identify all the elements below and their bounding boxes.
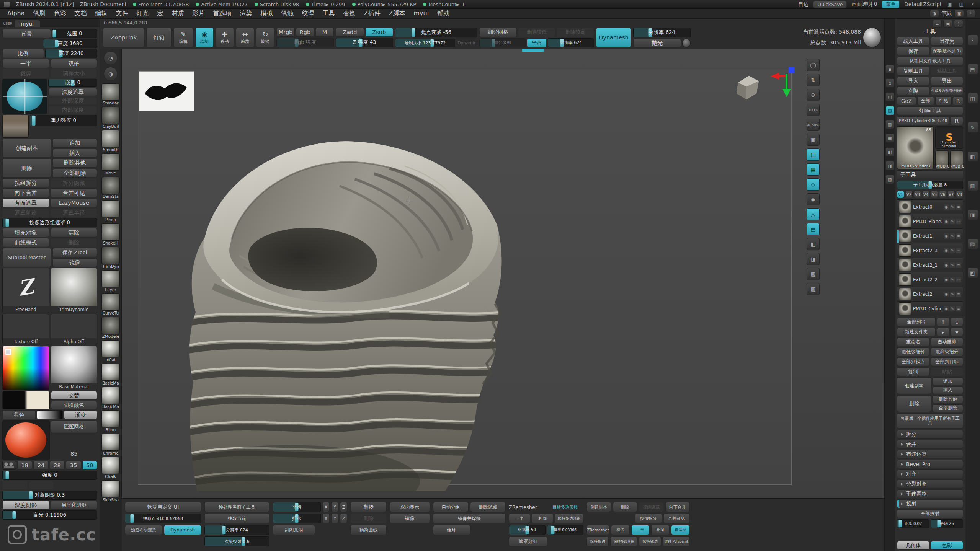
brush-item[interactable]: Chalk xyxy=(101,457,120,479)
subtool-down-button[interactable]: ↓ xyxy=(951,318,963,326)
draw-size-slider[interactable]: 绘制大小 123.77972 xyxy=(395,39,455,48)
subtool-thumbnail[interactable] xyxy=(899,244,911,257)
transparency-icon[interactable]: ◇ xyxy=(807,178,820,191)
window-icon-help[interactable]: ▣ xyxy=(946,2,953,7)
zadd-button[interactable]: Zadd xyxy=(336,28,364,37)
list-all-button[interactable]: 全部列出 xyxy=(897,318,936,326)
misc-shelf-icon[interactable]: ▨ xyxy=(807,283,820,295)
active-tool-thumbnail[interactable]: 85 PM3D_Cylinder3 xyxy=(897,126,934,169)
sub-projection-slider[interactable]: 次级投射 0.6 xyxy=(204,536,270,546)
rgb-intensity-slider[interactable]: Rgb 强度 xyxy=(276,38,334,48)
m-button[interactable]: M xyxy=(315,28,334,37)
inflate-slider[interactable]: 扩张 xyxy=(273,514,321,523)
Y-button[interactable]: Y xyxy=(331,514,338,523)
scale-button[interactable]: ↔缩放 xyxy=(236,28,254,47)
sculpted-mesh[interactable] xyxy=(175,87,548,491)
brush-item[interactable]: Blinn xyxy=(101,410,120,432)
删除其他-button[interactable]: 删除其他 xyxy=(933,395,963,403)
slider-handle[interactable] xyxy=(6,471,9,479)
restore-custom-ui-button[interactable]: 恢复自定义 UI xyxy=(125,502,201,512)
Z-button[interactable]: Z xyxy=(340,514,347,523)
apply-last-to-all-button[interactable]: 将最后一个操作应用于所有子工具 xyxy=(897,413,963,429)
preview-ball-icon[interactable]: ◯ xyxy=(807,59,820,71)
slider-handle[interactable] xyxy=(53,30,56,37)
zapplink-button[interactable]: ZAppLink xyxy=(103,28,144,47)
tray-divider-icon[interactable]: ▪ xyxy=(885,65,895,74)
brush-item[interactable]: TrimDyn xyxy=(101,247,120,269)
Z-button[interactable]: Z xyxy=(340,502,347,512)
Y-button[interactable]: Y xyxy=(331,502,338,512)
mirror-and-weld-button[interactable]: 镜像并焊接 xyxy=(433,514,506,523)
divide-button[interactable]: 细分网格 xyxy=(479,28,517,37)
simplify-curve-button[interactable]: 精简曲线 xyxy=(350,525,387,535)
宽度-2240-slider[interactable]: 宽度 2240 xyxy=(45,49,97,58)
填充对象-button[interactable]: 填充对象 xyxy=(2,228,49,237)
切换颜色-button[interactable]: 切换颜色 xyxy=(51,401,98,410)
插入-button[interactable]: 插入 xyxy=(933,386,963,395)
tray-divider-icon[interactable]: ◧ xyxy=(885,147,895,156)
proportional-button[interactable]: 比例 xyxy=(2,49,44,58)
menu-item[interactable]: 笔刷 xyxy=(29,10,50,18)
tray-zremesher-button[interactable]: ZRemesher xyxy=(586,525,609,535)
move-button[interactable]: ✚移动 xyxy=(216,28,234,47)
R-button[interactable]: R xyxy=(953,96,963,105)
18-button[interactable]: 18 xyxy=(17,461,32,470)
project-section-header[interactable]: 投射 xyxy=(897,499,963,508)
solo-icon[interactable]: ◫ xyxy=(807,148,820,161)
preprocess-subtool-button[interactable]: 预处理当前子工具 xyxy=(204,502,270,512)
remesh-section[interactable]: 重建网格 xyxy=(897,489,963,498)
subtool-options-icon[interactable]: ≡ xyxy=(956,292,961,297)
frame-icon[interactable]: ▣ xyxy=(807,134,820,146)
brush-item[interactable]: BasicMa xyxy=(101,387,120,409)
曲线模式-button[interactable]: 曲线模式 xyxy=(2,238,49,247)
flip-button[interactable]: 翻转 xyxy=(350,502,387,512)
double-sided-button[interactable]: 双面显示 xyxy=(390,502,430,512)
tray-resolution-slider[interactable]: 分辨率 624 xyxy=(204,525,270,535)
polypaint-brush-icon[interactable]: ✎ xyxy=(950,277,955,282)
X-button[interactable]: X xyxy=(322,502,330,512)
visibility-eye-icon[interactable]: ◉ xyxy=(944,292,949,297)
menu-item[interactable]: 渲染 xyxy=(236,10,256,18)
folder-collapse-button[interactable]: ▸ xyxy=(937,328,949,336)
一半-button[interactable]: 一半 xyxy=(509,514,530,523)
color-picker[interactable] xyxy=(2,346,49,390)
polish-button[interactable]: 抛光 xyxy=(633,39,681,48)
polypaint-brush-icon[interactable]: ✎ xyxy=(950,233,955,239)
close-holes-button[interactable]: 封闭孔洞 xyxy=(273,525,315,535)
save-version-up-button[interactable]: 保存(版本加 1) xyxy=(931,47,963,55)
brush-item[interactable]: ClayBuil xyxy=(101,107,120,129)
mirror-button[interactable]: 镜像 xyxy=(390,514,430,523)
V3-button[interactable]: V3 xyxy=(914,191,921,198)
delete-hidden-button[interactable]: 删除隐藏 xyxy=(470,502,506,512)
dock-palette-icon[interactable]: ◫ xyxy=(967,93,978,104)
dock-palette-icon[interactable]: ▤ xyxy=(967,64,978,75)
zoom-icon[interactable]: ⊕ xyxy=(807,89,820,101)
全部-button[interactable]: 全部 xyxy=(917,96,934,105)
subtool-options-icon[interactable]: ≡ xyxy=(956,219,961,224)
按组拆分-button[interactable]: 按组拆分 xyxy=(2,178,49,187)
split-align-section[interactable]: 分裂对齐 xyxy=(897,479,963,488)
window-icon-layout[interactable]: ◫ xyxy=(958,2,965,7)
trimdynamic-brush-thumb[interactable]: TrimDynamic xyxy=(51,268,98,313)
24-button[interactable]: 24 xyxy=(33,461,48,470)
V7-button[interactable]: V7 xyxy=(947,191,955,198)
subtool-options-icon[interactable]: ≡ xyxy=(956,306,961,311)
subtool-master-button[interactable]: SubTool Master xyxy=(2,248,51,267)
全部到起点-button[interactable]: 全部到起点 xyxy=(897,357,929,366)
scroll-icon[interactable]: ⇅ xyxy=(807,74,820,86)
dock-palette-icon[interactable]: ◩ xyxy=(967,267,978,278)
rotate-button[interactable]: ↻旋转 xyxy=(256,28,274,47)
visibility-eye-icon[interactable]: ◉ xyxy=(944,233,949,239)
mrgb-button[interactable]: Mrgb xyxy=(276,28,295,37)
all-high-button[interactable]: 最高级细分 xyxy=(931,347,963,356)
gradient-ramp[interactable] xyxy=(37,410,63,419)
扁平化阴影-button[interactable]: 扁平化阴影 xyxy=(51,500,98,510)
auto-groups-button[interactable]: 自动分组 xyxy=(433,502,469,512)
polypaint-brush-icon[interactable]: ✎ xyxy=(950,248,955,253)
subtool-options-icon[interactable]: ≡ xyxy=(956,204,961,210)
subtool-row[interactable]: Extract0 ◉ ✎ ≡ xyxy=(897,200,963,214)
thickness-slider[interactable]: 厚度 0.03366 xyxy=(547,525,584,535)
全部删除-button[interactable]: 全部删除 xyxy=(52,169,98,178)
menu-item[interactable]: 工具 xyxy=(318,10,339,18)
V4-button[interactable]: V4 xyxy=(922,191,929,198)
